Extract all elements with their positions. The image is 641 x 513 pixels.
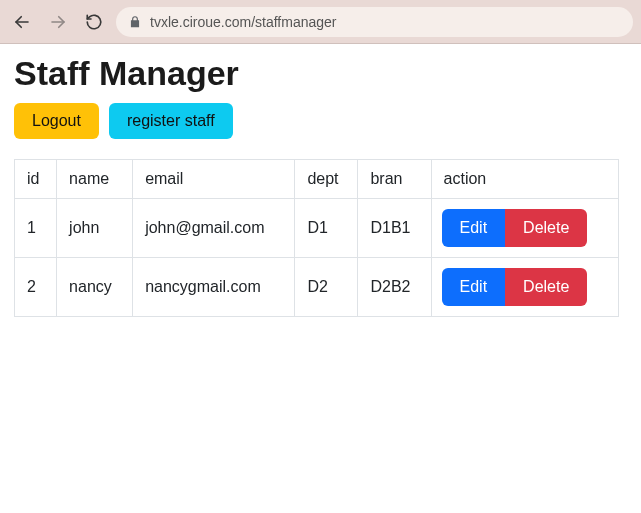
cell-email: john@gmail.com <box>133 199 295 258</box>
col-id: id <box>15 160 57 199</box>
cell-id: 2 <box>15 258 57 317</box>
col-name: name <box>57 160 133 199</box>
col-dept: dept <box>295 160 358 199</box>
register-staff-button[interactable]: register staff <box>109 103 233 139</box>
cell-name: john <box>57 199 133 258</box>
delete-button[interactable]: Delete <box>505 209 587 247</box>
col-bran: bran <box>358 160 431 199</box>
page-content: Staff Manager Logout register staff id n… <box>0 44 641 327</box>
table-row: 1 john john@gmail.com D1 D1B1 Edit Delet… <box>15 199 619 258</box>
logout-button[interactable]: Logout <box>14 103 99 139</box>
cell-name: nancy <box>57 258 133 317</box>
cell-id: 1 <box>15 199 57 258</box>
url-text: tvxle.ciroue.com/staffmanager <box>150 14 337 30</box>
edit-button[interactable]: Edit <box>442 209 506 247</box>
arrow-right-icon <box>49 13 67 31</box>
reload-icon <box>85 13 103 31</box>
forward-button[interactable] <box>44 8 72 36</box>
reload-button[interactable] <box>80 8 108 36</box>
table-row: 2 nancy nancygmail.com D2 D2B2 Edit Dele… <box>15 258 619 317</box>
cell-action: Edit Delete <box>431 199 618 258</box>
delete-button[interactable]: Delete <box>505 268 587 306</box>
col-action: action <box>431 160 618 199</box>
address-bar[interactable]: tvxle.ciroue.com/staffmanager <box>116 7 633 37</box>
lock-icon <box>128 15 142 29</box>
staff-table: id name email dept bran action 1 john jo… <box>14 159 619 317</box>
cell-action: Edit Delete <box>431 258 618 317</box>
cell-bran: D1B1 <box>358 199 431 258</box>
cell-bran: D2B2 <box>358 258 431 317</box>
table-header-row: id name email dept bran action <box>15 160 619 199</box>
col-email: email <box>133 160 295 199</box>
arrow-left-icon <box>13 13 31 31</box>
action-buttons: Logout register staff <box>14 103 627 139</box>
page-title: Staff Manager <box>14 54 627 93</box>
edit-button[interactable]: Edit <box>442 268 506 306</box>
cell-email: nancygmail.com <box>133 258 295 317</box>
cell-dept: D1 <box>295 199 358 258</box>
browser-toolbar: tvxle.ciroue.com/staffmanager <box>0 0 641 44</box>
cell-dept: D2 <box>295 258 358 317</box>
back-button[interactable] <box>8 8 36 36</box>
